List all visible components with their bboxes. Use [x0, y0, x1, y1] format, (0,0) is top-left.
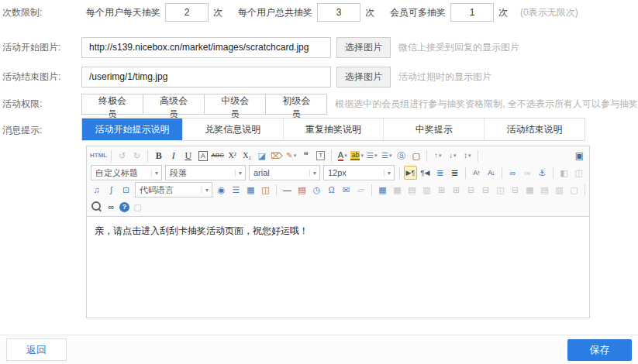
start-image-pick-button[interactable]: 选择图片 — [336, 37, 391, 58]
eraser-icon[interactable]: ◪ — [255, 149, 268, 163]
member-option-button[interactable]: 中级会员 — [204, 94, 266, 115]
music-icon[interactable]: ♫ — [90, 183, 103, 197]
message-tab[interactable]: 重复抽奖说明 — [283, 118, 384, 140]
font-size-select[interactable]: 12px▾ — [323, 165, 395, 180]
template-icon[interactable]: ▦ — [244, 183, 257, 197]
custom-title-select[interactable]: 自定义标题▾ — [91, 165, 162, 180]
blockquote-icon[interactable]: “ — [299, 149, 312, 163]
split-col-icon[interactable]: ▥ — [553, 183, 566, 197]
align-left-icon[interactable]: ≣ — [433, 166, 447, 180]
unit-label: 次 — [365, 6, 374, 19]
paste-plain-icon[interactable]: T — [314, 149, 327, 163]
highlight-color-icon[interactable]: ab▾ — [350, 149, 364, 163]
link-icon[interactable]: ∞ — [506, 166, 519, 180]
message-tab[interactable]: 活动开始提示说明 — [82, 118, 182, 140]
fullscreen-icon[interactable]: ▣ — [573, 149, 586, 163]
comment-icon[interactable]: ✉ — [340, 183, 353, 197]
line-height-icon[interactable]: ↕▾ — [460, 149, 474, 163]
insert-col-icon[interactable]: ⊞ — [450, 183, 463, 197]
total-input[interactable] — [317, 3, 360, 22]
date-icon[interactable]: ▤ — [295, 183, 309, 197]
page-break-icon[interactable]: ☰ — [229, 183, 243, 197]
merge-down-icon[interactable]: ⊟ — [509, 183, 522, 197]
time-icon[interactable]: ◷ — [310, 183, 323, 197]
split-row-icon[interactable]: ▤ — [538, 183, 551, 197]
auto-typeset-icon[interactable]: ✎▾ — [285, 149, 298, 163]
message-tab[interactable]: 兑奖信息说明 — [182, 118, 283, 140]
para-space-top-icon[interactable]: ↑▾ — [431, 149, 444, 163]
chevron-down-icon: ▾ — [235, 170, 245, 177]
font-size-up-icon[interactable]: A↑ — [470, 166, 483, 180]
insert-frame-icon[interactable]: ⊡ — [119, 183, 133, 197]
table-doc-icon[interactable]: ▢ — [567, 183, 581, 197]
end-image-pick-button[interactable]: 选择图片 — [336, 67, 391, 88]
word-image-icon[interactable]: ◫ — [259, 183, 272, 197]
align-justify-icon[interactable]: ≣ — [448, 166, 461, 180]
member-extra-input[interactable] — [450, 3, 494, 22]
source-code-icon[interactable]: HTML — [90, 149, 107, 163]
merge-right-icon[interactable]: ◫ — [494, 183, 507, 197]
table-title-row-icon[interactable]: ▥ — [420, 183, 433, 197]
font-color-icon[interactable]: A▾ — [336, 149, 349, 163]
text-direction-rtl-icon[interactable]: ¶◀ — [419, 166, 432, 180]
member-option-button[interactable]: 终极会员 — [81, 94, 143, 115]
subscript-icon[interactable]: X₂ — [240, 149, 253, 163]
img-float-left-icon[interactable]: ◧ — [557, 166, 571, 180]
editor-content[interactable]: 亲，请点击进入刮刮卡抽奖活动页面，祝您好运哦！ — [87, 217, 589, 318]
delete-col-icon[interactable]: ⊟ — [479, 183, 492, 197]
strikethrough-icon[interactable]: ABC — [211, 149, 224, 163]
bordered-text-icon[interactable]: A — [196, 149, 209, 163]
bold-icon[interactable]: B — [152, 149, 165, 163]
save-button[interactable]: 保存 — [567, 339, 632, 361]
end-image-input[interactable] — [81, 67, 331, 88]
merge-cells-icon[interactable]: ▦ — [523, 183, 536, 197]
insert-row-icon[interactable]: ⊞ — [435, 183, 448, 197]
find-replace-icon[interactable]: ∞ — [105, 200, 118, 214]
paragraph-select[interactable]: 段落▾ — [165, 165, 246, 180]
table-caption-icon[interactable]: ▤ — [405, 183, 419, 197]
delete-row-icon[interactable]: ⊟ — [464, 183, 478, 197]
format-clear-icon[interactable]: ⌦ — [270, 149, 283, 163]
code-language-select[interactable]: 代码语言▾ — [135, 182, 212, 197]
attachment-icon[interactable]: ʃ — [105, 183, 118, 197]
unlink-icon[interactable]: ∞ — [521, 166, 534, 180]
clear-doc-icon[interactable]: ▢ — [409, 149, 422, 163]
message-tab[interactable]: 活动结束说明 — [484, 118, 585, 140]
back-button[interactable]: 返回 — [6, 338, 67, 361]
para-space-bottom-icon[interactable]: ↓▾ — [446, 149, 459, 163]
superscript-icon[interactable]: X² — [226, 149, 239, 163]
special-char-icon[interactable]: Ω — [325, 183, 338, 197]
toolbar-separator — [426, 150, 427, 162]
chevron-down-icon: ▾ — [468, 153, 471, 159]
delete-table-icon[interactable]: ▦ — [391, 183, 404, 197]
limit-hint: (0表示无限次) — [520, 6, 578, 19]
start-image-hint: 微信上接受到回复的显示图片 — [398, 41, 519, 54]
member-option-button[interactable]: 初级会员 — [265, 94, 327, 115]
unordered-list-icon[interactable]: ☰▾ — [380, 149, 393, 163]
map-icon[interactable]: ◉ — [215, 183, 228, 197]
member-option-button[interactable]: 高级会员 — [143, 94, 205, 115]
permission-row: 活动权限: 终极会员高级会员中级会员初级会员 根据选中的会员组进行参与抽奖资格限… — [2, 93, 638, 115]
redo-icon[interactable]: ↻ — [130, 149, 143, 163]
per-day-input[interactable] — [165, 3, 209, 22]
ordered-list-icon[interactable]: ☰▾ — [365, 149, 378, 163]
img-inline-icon[interactable]: ◫ — [572, 166, 585, 180]
anchor-insert-icon[interactable]: ⚓ — [536, 166, 549, 180]
font-size-down-icon[interactable]: A↓ — [485, 166, 498, 180]
anchor-mark-icon[interactable]: ⓐ — [395, 149, 408, 163]
start-image-input[interactable] — [81, 37, 331, 58]
drafts-icon[interactable]: ▢ — [131, 200, 144, 214]
toolbar-separator — [478, 150, 478, 162]
screenshot-icon[interactable]: ▱ — [354, 183, 367, 197]
font-family-select[interactable]: arial▾ — [249, 165, 320, 180]
help-icon[interactable]: ? — [119, 202, 129, 212]
horizontal-rule-icon[interactable]: — — [281, 183, 294, 197]
italic-icon[interactable]: I — [167, 149, 180, 163]
message-tabs: 活动开始提示说明兑奖信息说明重复抽奖说明中奖提示活动结束说明 — [81, 118, 585, 141]
underline-icon[interactable]: U — [181, 149, 195, 163]
message-tab[interactable]: 中奖提示 — [383, 118, 484, 140]
undo-icon[interactable]: ↺ — [116, 149, 129, 163]
preview-icon[interactable] — [90, 200, 103, 214]
indent-first-line-icon[interactable]: ▶¶ — [404, 166, 417, 180]
insert-table-icon[interactable]: ▦ — [376, 183, 389, 197]
